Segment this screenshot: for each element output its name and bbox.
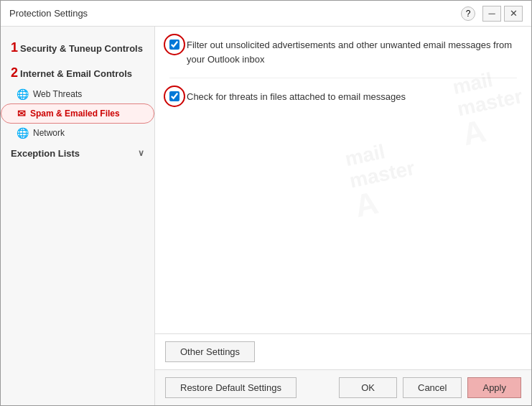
- filter-ads-checkbox-wrap: [169, 40, 179, 52]
- check-threats-checkbox-wrap: [169, 91, 179, 103]
- footer-right: OK Cancel Apply: [339, 377, 521, 398]
- exception-lists-label: Exception Lists: [11, 148, 80, 159]
- exception-lists-section[interactable]: Exception Lists ∨: [1, 142, 154, 162]
- restore-defaults-button[interactable]: Restore Default Settings: [165, 377, 297, 398]
- sidebar-item-spam[interactable]: ✉ Spam & Emailed Files: [1, 103, 154, 124]
- web-threats-icon: 🌐: [17, 88, 29, 100]
- section2-label: Internet & Email Controls: [20, 68, 132, 79]
- sidebar-item-web-threats[interactable]: 🌐 Web Threats: [1, 85, 154, 103]
- main-content: mailmaster A mailmaster A Filter out uns…: [155, 27, 531, 333]
- network-label: Network: [33, 128, 65, 138]
- protection-settings-window: Protection Settings ? ─ ✕ 1Security & Tu…: [0, 0, 532, 406]
- spam-icon: ✉: [17, 108, 26, 119]
- ok-button[interactable]: OK: [339, 377, 397, 398]
- footer: Restore Default Settings OK Cancel Apply: [155, 369, 531, 405]
- other-settings-button[interactable]: Other Settings: [165, 341, 255, 362]
- title-bar: Protection Settings ? ─ ✕: [1, 1, 531, 27]
- apply-button[interactable]: Apply: [467, 377, 521, 398]
- filter-ads-checkbox[interactable]: [169, 40, 179, 50]
- web-threats-label: Web Threats: [33, 89, 82, 99]
- badge-1: 1: [11, 40, 18, 56]
- window-title: Protection Settings: [9, 8, 88, 19]
- sidebar-section-internet[interactable]: 2Internet & Email Controls: [1, 59, 154, 84]
- section1-label: Security & Tuneup Controls: [20, 43, 143, 54]
- right-panel: mailmaster A mailmaster A Filter out uns…: [155, 27, 531, 405]
- sidebar-section-security[interactable]: 1Security & Tuneup Controls: [1, 34, 154, 59]
- check-threats-label: Check for threats in files attached to e…: [187, 90, 517, 104]
- sidebar: 1Security & Tuneup Controls 2Internet & …: [1, 27, 155, 405]
- filter-ads-label: Filter out unsolicited advertisements an…: [187, 38, 517, 66]
- other-settings-section: Other Settings: [155, 333, 531, 369]
- setting-filter-ads: Filter out unsolicited advertisements an…: [169, 38, 517, 78]
- cancel-button[interactable]: Cancel: [403, 377, 462, 398]
- footer-left: Restore Default Settings: [165, 377, 297, 398]
- content-area: 1Security & Tuneup Controls 2Internet & …: [1, 27, 531, 405]
- chevron-down-icon: ∨: [138, 148, 144, 158]
- spam-label: Spam & Emailed Files: [30, 109, 120, 119]
- minimize-button[interactable]: ─: [482, 6, 501, 22]
- watermark-center: mailmaster A: [343, 136, 424, 224]
- sidebar-item-network[interactable]: 🌐 Network: [1, 124, 154, 142]
- network-icon: 🌐: [17, 127, 29, 139]
- badge-2: 2: [11, 65, 18, 81]
- setting-check-threats: Check for threats in files attached to e…: [169, 90, 517, 116]
- check-threats-checkbox[interactable]: [169, 91, 179, 101]
- close-button[interactable]: ✕: [504, 6, 523, 22]
- help-button[interactable]: ?: [461, 6, 475, 21]
- title-bar-controls: ? ─ ✕: [461, 6, 523, 22]
